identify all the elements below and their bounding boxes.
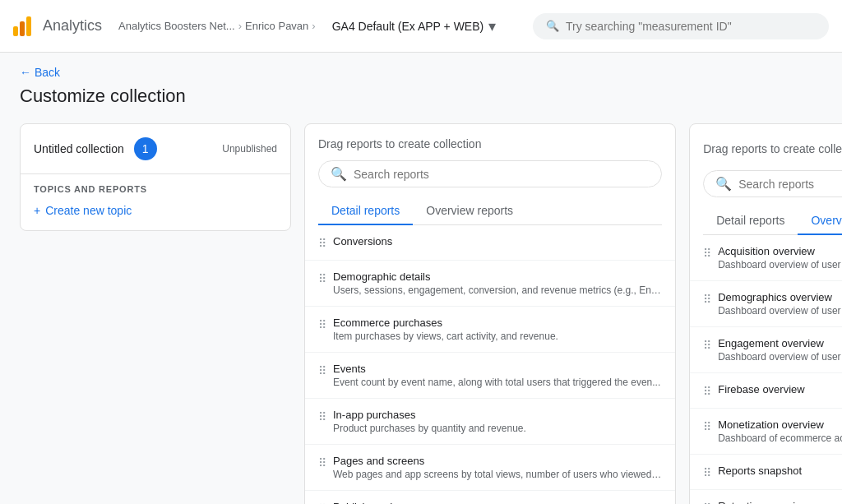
breadcrumb: Analytics Boosters Net... › Enrico Pavan… xyxy=(118,20,316,32)
back-link[interactable]: ← Back xyxy=(20,53,822,86)
report-item-content: Acquisition overview Dashboard overview … xyxy=(718,245,842,270)
list-item[interactable]: ⠿ Demographic details Users, sessions, e… xyxy=(305,261,675,307)
center-search-icon: 🔍 xyxy=(331,166,347,182)
report-name: Publisher ads xyxy=(333,501,662,504)
tab-overview-reports-right[interactable]: Overview reports xyxy=(798,207,842,235)
center-panel: Drag reports to create collection 🔍 Deta… xyxy=(304,123,676,504)
list-item[interactable]: ⠿ Ecommerce purchases Item purchases by … xyxy=(305,307,675,353)
report-desc: Dashboard overview of user traffic to yo… xyxy=(718,305,842,317)
report-item-content: Firebase overview xyxy=(718,383,842,397)
list-item[interactable]: ⠿ Engagement overview Dashboard overview… xyxy=(690,327,842,373)
list-item[interactable]: ⠿ Conversions xyxy=(305,225,675,261)
center-tabs: Detail reports Overview reports xyxy=(318,197,662,225)
collection-name: Untitled collection xyxy=(34,142,124,155)
breadcrumb-sep-2: › xyxy=(312,20,315,32)
report-item-content: Events Event count by event name, along … xyxy=(333,363,662,388)
drag-handle-icon: ⠿ xyxy=(318,410,326,423)
report-item-content: Ecommerce purchases Item purchases by vi… xyxy=(333,317,662,342)
right-search-icon: 🔍 xyxy=(715,176,732,192)
analytics-logo xyxy=(13,16,33,36)
list-item[interactable]: ⠿ Demographics overview Dashboard overvi… xyxy=(690,281,842,327)
main-content: ← Back Customize collection Untitled col… xyxy=(0,53,842,504)
report-item-content: Conversions xyxy=(333,235,662,249)
back-arrow-icon: ← xyxy=(20,66,31,79)
right-panel-title: Drag reports to create collection xyxy=(703,142,842,155)
report-desc: Dashboard overview of user count and the… xyxy=(718,259,842,270)
report-name: Events xyxy=(333,363,662,375)
property-selector[interactable]: GA4 Default (Ex APP + WEB) ▾ xyxy=(326,14,503,39)
right-search-input[interactable] xyxy=(738,178,842,191)
collection-badge: 1 xyxy=(134,137,157,160)
drag-handle-icon: ⠿ xyxy=(318,272,326,285)
report-name: Acquisition overview xyxy=(718,245,842,257)
back-label: Back xyxy=(35,66,60,79)
logo-bar-2 xyxy=(20,21,25,36)
drag-handle-icon: ⠿ xyxy=(318,237,326,250)
list-item[interactable]: ⠿ Publisher ads Ad performance by impres… xyxy=(305,491,675,504)
report-item-content: Engagement overview Dashboard overview o… xyxy=(718,337,842,363)
report-name: Pages and screens xyxy=(333,455,662,467)
tab-overview-reports-center[interactable]: Overview reports xyxy=(413,197,526,225)
right-report-list: ⠿ Acquisition overview Dashboard overvie… xyxy=(690,235,842,504)
drag-handle-icon: ⠿ xyxy=(703,420,711,433)
report-name: In-app purchases xyxy=(333,409,662,421)
left-panel-header: Untitled collection 1 Unpublished xyxy=(21,124,290,174)
report-item-content: Monetization overview Dashboard of ecomm… xyxy=(718,418,842,444)
center-search-bar[interactable]: 🔍 xyxy=(318,160,662,187)
report-item-content: In-app purchases Product purchases by qu… xyxy=(333,409,662,434)
list-item[interactable]: ⠿ Monetization overview Dashboard of eco… xyxy=(690,409,842,455)
center-search-input[interactable] xyxy=(354,168,650,181)
list-item[interactable]: ⠿ Retention overview Dashboard of user r… xyxy=(690,490,842,504)
tab-detail-reports-center[interactable]: Detail reports xyxy=(318,197,413,225)
report-name: Demographics overview xyxy=(718,291,842,303)
search-icon: 🔍 xyxy=(546,20,559,32)
report-name: Monetization overview xyxy=(718,418,842,431)
right-search-bar[interactable]: 🔍 xyxy=(703,170,842,197)
logo-bar-3 xyxy=(26,16,31,36)
drag-handle-icon: ⠿ xyxy=(703,466,711,479)
report-item-content: Retention overview Dashboard of user ret… xyxy=(718,500,842,504)
chevron-down-icon: ▾ xyxy=(488,17,496,35)
drag-handle-icon: ⠿ xyxy=(703,293,711,306)
drag-handle-icon: ⠿ xyxy=(318,318,326,331)
drag-handle-icon: ⠿ xyxy=(703,385,711,398)
left-panel: Untitled collection 1 Unpublished TOPICS… xyxy=(20,123,291,231)
report-name: Reports snapshot xyxy=(718,465,842,477)
center-panel-content: ⠿ Conversions ⠿ Demographic details User… xyxy=(305,225,675,504)
report-item-content: Publisher ads Ad performance by impressi… xyxy=(333,501,662,504)
report-desc: Web pages and app screens by total views… xyxy=(333,469,662,480)
report-name: Retention overview xyxy=(718,500,842,504)
drag-handle-icon: ⠿ xyxy=(703,247,711,260)
global-search-bar[interactable]: 🔍 xyxy=(533,13,829,39)
create-topic-label: Create new topic xyxy=(45,204,132,217)
center-report-list: ⠿ Conversions ⠿ Demographic details User… xyxy=(305,225,675,504)
breadcrumb-user[interactable]: Enrico Pavan xyxy=(245,20,308,32)
collection-title-area: Untitled collection 1 xyxy=(34,137,157,160)
right-tabs: Detail reports Overview reports xyxy=(703,207,842,235)
drag-handle-icon: ⠿ xyxy=(318,456,326,469)
report-desc: Item purchases by views, cart activity, … xyxy=(333,331,662,342)
tab-detail-reports-right[interactable]: Detail reports xyxy=(703,207,798,235)
list-item[interactable]: ⠿ Acquisition overview Dashboard overvie… xyxy=(690,235,842,281)
global-search-input[interactable] xyxy=(566,20,816,33)
breadcrumb-boosters[interactable]: Analytics Boosters Net... xyxy=(118,20,235,32)
report-item-content: Reports snapshot xyxy=(718,465,842,479)
create-topic-button[interactable]: + Create new topic xyxy=(34,201,132,220)
logo-bar-1 xyxy=(13,26,18,36)
report-name: Conversions xyxy=(333,235,662,247)
report-desc: Dashboard overview of user engagement wi… xyxy=(718,351,842,363)
list-item[interactable]: ⠿ Events Event count by event name, alon… xyxy=(305,353,675,399)
list-item[interactable]: ⠿ Firebase overview xyxy=(690,373,842,409)
report-desc: Product purchases by quantity and revenu… xyxy=(333,423,662,434)
report-item-content: Demographic details Users, sessions, eng… xyxy=(333,270,662,296)
page-title: Customize collection xyxy=(20,86,822,107)
list-item[interactable]: ⠿ In-app purchases Product purchases by … xyxy=(305,399,675,445)
list-item[interactable]: ⠿ Reports snapshot xyxy=(690,455,842,490)
report-name: Ecommerce purchases xyxy=(333,317,662,329)
list-item[interactable]: ⠿ Pages and screens Web pages and app sc… xyxy=(305,445,675,491)
center-panel-header: Drag reports to create collection 🔍 Deta… xyxy=(305,124,675,225)
drag-handle-icon: ⠿ xyxy=(318,364,326,377)
plus-icon: + xyxy=(34,204,40,217)
property-name: GA4 Default (Ex APP + WEB) xyxy=(332,20,484,33)
drag-handle-icon: ⠿ xyxy=(703,339,711,352)
